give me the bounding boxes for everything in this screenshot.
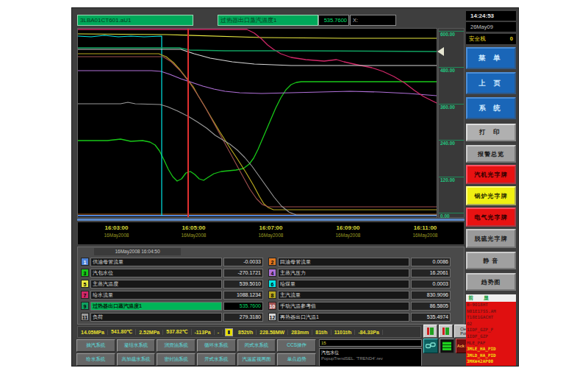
pen-cursor-value: -0.0033	[223, 258, 263, 266]
sidebar-button[interactable]: 报警总览	[466, 145, 516, 163]
legend-column-left: 1供油母管流量-0.00333汽包水位-270.17215主蒸汽温度539.50…	[81, 257, 263, 323]
nav-button[interactable]: 抽汽系统	[76, 339, 115, 352]
alarm-row[interactable]: MLE_PAF	[466, 340, 516, 347]
legend-pen-row-11[interactable]: 11负荷279.3180	[81, 312, 263, 322]
pen-color-swatch: 11	[81, 313, 89, 321]
legend-pen-row-1[interactable]: 1供油母管流量-0.0033	[81, 257, 263, 266]
alarm-row[interactable]: N01E17SS.AM	[466, 308, 516, 315]
legend-pen-row-8[interactable]: 8主汽流量830.9096	[268, 290, 451, 300]
sidebar-button[interactable]: 趋势图	[466, 273, 516, 291]
scale-tick-label: 360.00	[440, 105, 455, 110]
alarm-row[interactable]: O2	[466, 321, 516, 328]
alarm-row[interactable]: B-9O18HT	[466, 302, 516, 308]
nav-button[interactable]: 凝结水系统	[117, 339, 156, 352]
alarm-row[interactable]: T18E1GACHT	[466, 314, 516, 321]
nav-button[interactable]: 润滑油系统	[157, 339, 196, 352]
pen-cursor-value: 830.9096	[411, 291, 451, 300]
pen-color-swatch: 8	[268, 291, 276, 299]
trend-indicator-button-2[interactable]	[439, 325, 453, 338]
pen-cursor-value: 539.5010	[223, 280, 263, 289]
legend-pen-row-4[interactable]: 4主蒸汽压力16.2061	[268, 268, 451, 277]
red-bar-icon	[442, 328, 445, 335]
nav-button[interactable]: 高加疏水系统	[117, 353, 156, 366]
pen-cursor-value: 0.0003	[411, 280, 451, 289]
sidebar-button[interactable]: 系 统	[466, 97, 516, 119]
sidebar-button[interactable]: 静 音	[466, 252, 516, 269]
alarm-row[interactable]: 3MLD_HA_PID	[466, 353, 516, 359]
sidebar-button[interactable]: 汽机光字牌	[466, 165, 516, 184]
time-scrollbar[interactable]	[77, 219, 465, 221]
grid-view-icon[interactable]	[440, 339, 454, 353]
dcs-trend-window: 3LBA01CT601.aU1 过热器出口蒸汽温度1 535.7600 X: 6…	[71, 7, 519, 367]
legend-pen-row-5[interactable]: 5主蒸汽温度539.5010	[81, 279, 263, 289]
legend-pen-row-3[interactable]: 3汽包水位-270.1721	[81, 268, 263, 277]
pen-cursor-value: 1088.1234	[223, 291, 263, 300]
sidebar-button[interactable]: 菜 单	[466, 47, 516, 69]
security-stack-indicator: 安全栈 0	[466, 34, 516, 44]
legend-pen-row-2[interactable]: 2回油母管流量0.0086	[268, 257, 451, 266]
status-value: -	[215, 330, 223, 335]
trend-plot-area[interactable]	[77, 28, 437, 218]
status-value: 537.82℃	[163, 329, 191, 335]
alarm-row[interactable]: 3MLE_HA_PID	[466, 346, 516, 353]
pen-label: 供油母管流量	[90, 258, 222, 266]
legend-pen-row-9[interactable]: 9过热器出口蒸汽温度1535.7600	[81, 301, 263, 311]
pen-header-bar: 3LBA01CT601.aU1 过热器出口蒸汽温度1 535.7600 X:	[76, 15, 465, 26]
pen-label: 负荷	[90, 313, 222, 322]
nav-button[interactable]: 密封油系统	[157, 353, 196, 366]
sidebar-button[interactable]: 上 页	[466, 72, 516, 94]
scale-tick-label: 0.00	[440, 213, 450, 219]
alarm-row[interactable]: 3MKW42AP00	[466, 365, 516, 367]
sidebar-button[interactable]: 打 印	[466, 124, 516, 141]
alarm-row[interactable]: 1IDF_GZP	[466, 333, 516, 340]
nav-button[interactable]: 给水系统	[76, 353, 115, 366]
link-icon[interactable]	[423, 339, 438, 353]
pen-cursor-value: -270.1721	[223, 269, 263, 277]
status-value: -84.33Pa	[355, 330, 382, 335]
time-axis: 16:03:0016May200816:05:0016May200816:07:…	[77, 222, 465, 245]
nav-button[interactable]: 开式水系统	[197, 353, 236, 366]
command-input-field[interactable]: 15	[319, 339, 422, 347]
legend-pen-row-10[interactable]: 10手动汽温参考值86.5805	[268, 301, 451, 311]
legend-pen-row-6[interactable]: 6给煤量0.0003	[268, 279, 451, 289]
sidebar-button[interactable]: 电气光字牌	[466, 208, 516, 227]
pen-label: 给水流量	[90, 291, 222, 300]
sidebar-button[interactable]: 锅炉光字牌	[466, 186, 516, 205]
nav-button[interactable]: 汽温监视画面	[237, 353, 276, 366]
alarm-row[interactable]: 3MKW42AP00	[466, 358, 516, 365]
pen-cursor-value: 535.7600	[223, 302, 263, 311]
status-value: 1101t/h	[331, 330, 356, 335]
command-output-box[interactable]: 汽包水位 PopupTrendSEL. 'TREND4'.rev	[319, 348, 422, 367]
tick-time-label: 16:07:00	[232, 224, 309, 231]
pen-label: 过热器出口蒸汽温度1	[90, 302, 222, 311]
cursor-coordinate-readout: X:	[350, 15, 396, 26]
pen-tag-field[interactable]: 3LBA01CT601.aU1	[77, 15, 193, 26]
status-value: 14.05MPa	[78, 330, 108, 335]
pen-cursor-value: 16.2061	[411, 269, 451, 277]
pen-label: 汽包水位	[90, 269, 222, 277]
nav-button[interactable]: 单点趋势	[277, 353, 316, 366]
pen-color-swatch: 10	[268, 302, 276, 310]
cursor-timestamp: 16May2008 16:04:50	[94, 248, 181, 255]
trend-indicator-button-1[interactable]	[423, 325, 437, 338]
tick-time-label: 16:11:00	[387, 224, 464, 231]
pen-trace-8	[78, 54, 437, 210]
red-bar-icon	[427, 328, 429, 335]
nav-button[interactable]: 循环水系统	[197, 339, 236, 352]
legend-column-right: 2回油母管流量0.00864主蒸汽压力16.20616给煤量0.00038主汽流…	[268, 257, 451, 323]
sidebar-button[interactable]: 脱硫光字牌	[466, 229, 516, 248]
status-value: 81t/h	[312, 330, 331, 335]
pen-trace-3	[78, 82, 437, 181]
legend-pen-row-12[interactable]: 12再热器出口汽温1535.4974	[268, 312, 451, 322]
pen-color-swatch: 7	[81, 291, 89, 299]
legend-pen-row-7[interactable]: 7给水流量1088.1234	[81, 290, 263, 300]
alarm-row[interactable]: 1IDF_GZP_F	[466, 327, 516, 333]
scale-marker-icon[interactable]	[437, 47, 444, 56]
pen-legend-panel: 16May2008 16:04:50 1供油母管流量-0.00333汽包水位-2…	[77, 247, 465, 325]
tick-time-label: 16:09:00	[309, 224, 387, 231]
status-value: 283mm	[288, 330, 312, 335]
pen-color-swatch: 9	[81, 302, 89, 310]
pen-color-swatch: 1	[81, 258, 89, 266]
nav-button[interactable]: CCS操作	[277, 339, 316, 352]
nav-button[interactable]: 闭式水系统	[237, 339, 276, 352]
